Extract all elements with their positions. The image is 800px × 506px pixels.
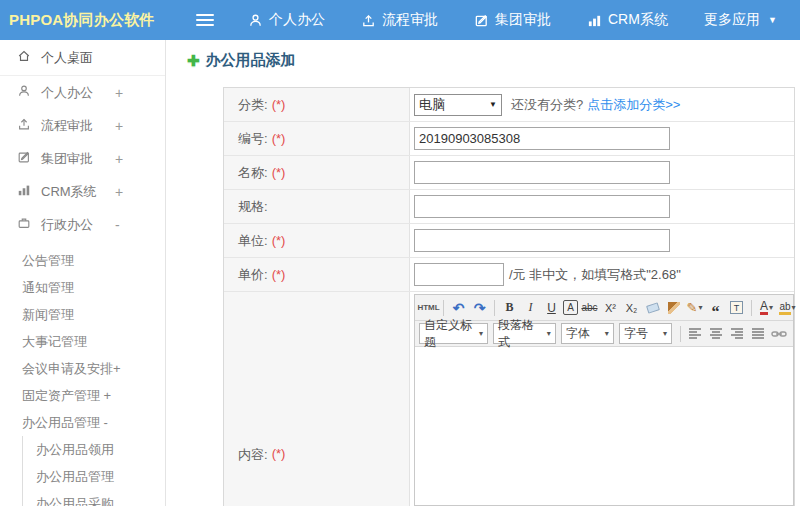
add-category-link[interactable]: 点击添加分类>> [587,96,680,114]
category-label: 分类: (*) [224,88,410,121]
html-source-button[interactable]: HTML [419,298,438,317]
sidebar-item-personal-office[interactable]: 个人办公 + [0,76,165,109]
form-row-category: 分类: (*) 电脑 ▼ 还没有分类? 点击添加分类>> [224,88,794,122]
paragraph-format-select[interactable]: 段落格式▾ [493,323,556,344]
price-label: 单价: (*) [224,258,410,291]
sidebar-admin-submenu: 公告管理 通知管理 新闻管理 大事记管理 会议申请及安排+ 固定资产管理 + 办… [0,241,165,506]
nav-label: 个人办公 [269,11,325,29]
top-navbar: PHPOA协同办公软件 个人办公 流程审批 集团审批 CRM系统 [0,0,800,40]
expand-plus-icon[interactable]: + [115,118,123,134]
sidebar-sublabel: 新闻管理 [22,306,74,324]
add-plus-icon: ✚ [187,52,200,70]
font-color-button[interactable]: A▾ [757,298,776,317]
align-right-icon[interactable] [728,324,747,343]
collapse-minus-icon[interactable]: - [115,217,120,233]
edit-icon [17,150,31,167]
nav-label: 更多应用 [704,11,760,29]
sidebar-item-memorabilia-mgmt[interactable]: 大事记管理 [0,328,165,355]
bold-button[interactable]: B [500,298,519,317]
required-mark: (*) [272,131,286,146]
sidebar-sublabel: 办公用品管理 [36,468,114,486]
format-brush-icon[interactable] [664,298,683,317]
form-row-code: 编号: (*) [224,122,794,156]
underline-button[interactable]: U [542,298,561,317]
code-input[interactable] [414,127,670,150]
category-hint: 还没有分类? [511,96,583,114]
superscript-button[interactable]: X² [601,298,620,317]
main-content: ✚ 办公用品添加 分类: (*) 电脑 ▼ 还没有分类? 点击添加分类>> 编号… [166,40,800,506]
font-size-select[interactable]: 字号▾ [619,323,672,344]
code-label: 编号: (*) [224,122,410,155]
highlight-color-button[interactable]: ab▾ [778,298,797,317]
paste-plain-icon[interactable]: T [727,298,746,317]
sidebar-item-crm[interactable]: CRM系统 + [0,175,165,208]
sidebar-supplies-submenu: 办公用品领用 办公用品管理 办公用品采购 [22,436,165,506]
person-icon [17,84,31,101]
sidebar-label: 个人桌面 [41,49,93,67]
sidebar-sublabel: 办公用品采购 [36,495,114,506]
expand-plus-icon[interactable]: + [115,151,123,167]
form-row-name: 名称: (*) [224,156,794,190]
price-format-hint: /元 非中文，如填写格式"2.68" [509,266,681,284]
sidebar-item-desktop[interactable]: 个人桌面 [0,40,165,76]
form-row-unit: 单位: (*) [224,224,794,258]
editor-content-area[interactable] [415,347,793,505]
sidebar-item-notice-mgmt[interactable]: 通知管理 [0,274,165,301]
editor-toolbar-row2: 自定义标题▾ 段落格式▾ 字体▾ 字号▾ [415,321,793,347]
page-title-text: 办公用品添加 [206,51,296,70]
unit-input[interactable] [414,229,670,252]
unit-label: 单位: (*) [224,224,410,257]
font-family-select[interactable]: 字体▾ [561,323,614,344]
sidebar-item-announcement-mgmt[interactable]: 公告管理 [0,247,165,274]
required-mark: (*) [272,267,286,282]
sidebar-item-news-mgmt[interactable]: 新闻管理 [0,301,165,328]
home-icon [17,49,31,66]
sidebar-item-supplies-manage[interactable]: 办公用品管理 [23,463,165,490]
nav-crm-system[interactable]: CRM系统 [587,11,668,29]
form-row-spec: 规格: [224,190,794,224]
align-left-icon[interactable] [686,324,705,343]
align-justify-icon[interactable] [749,324,768,343]
nav-more-apps[interactable]: 更多应用 ▼ [704,11,777,29]
nav-label: 流程审批 [382,11,438,29]
sidebar-item-meeting-request[interactable]: 会议申请及安排+ [0,355,165,382]
sidebar-item-office-supplies-mgmt[interactable]: 办公用品管理 - [0,409,165,436]
italic-button[interactable]: I [521,298,540,317]
upload-icon [361,13,376,28]
hamburger-menu-icon[interactable] [196,14,214,26]
custom-heading-select[interactable]: 自定义标题▾ [419,323,488,344]
redo-icon[interactable]: ↷ [470,298,489,317]
subscript-button[interactable]: X₂ [622,298,641,317]
sidebar-item-group-approval[interactable]: 集团审批 + [0,142,165,175]
price-input[interactable] [414,263,504,286]
sidebar-item-supplies-claim[interactable]: 办公用品领用 [23,436,165,463]
bar-chart-icon [17,183,31,200]
align-center-icon[interactable] [707,324,726,343]
sidebar-sublabel: 公告管理 [22,252,74,270]
sidebar-sublabel: 固定资产管理 + [22,387,111,405]
name-input[interactable] [414,161,670,184]
upload-icon [17,117,31,134]
nav-personal-office[interactable]: 个人办公 [248,11,325,29]
name-label: 名称: (*) [224,156,410,189]
sidebar-item-supplies-purchase[interactable]: 办公用品采购 [23,490,165,506]
strikethrough-button[interactable]: abc [580,298,599,317]
undo-icon[interactable]: ↶ [449,298,468,317]
expand-plus-icon[interactable]: + [115,184,123,200]
page-title: ✚ 办公用品添加 [187,51,296,70]
border-text-button[interactable]: A [563,300,578,315]
briefcase-icon [17,216,31,233]
nav-group-approval[interactable]: 集团审批 [474,11,551,29]
eraser-icon[interactable] [643,298,662,317]
quick-format-icon[interactable]: ✎▾ [685,298,704,317]
sidebar-item-fixed-assets[interactable]: 固定资产管理 + [0,382,165,409]
category-select[interactable]: 电脑 ▼ [414,94,502,116]
sidebar-item-workflow-approval[interactable]: 流程审批 + [0,109,165,142]
expand-plus-icon[interactable]: + [115,85,123,101]
blockquote-icon[interactable]: “ [706,298,725,317]
nav-workflow-approval[interactable]: 流程审批 [361,11,438,29]
content-label: 内容: (*) [224,292,410,506]
link-icon[interactable] [770,324,789,343]
spec-input[interactable] [414,195,670,218]
sidebar-item-admin-office[interactable]: 行政办公 - [0,208,165,241]
